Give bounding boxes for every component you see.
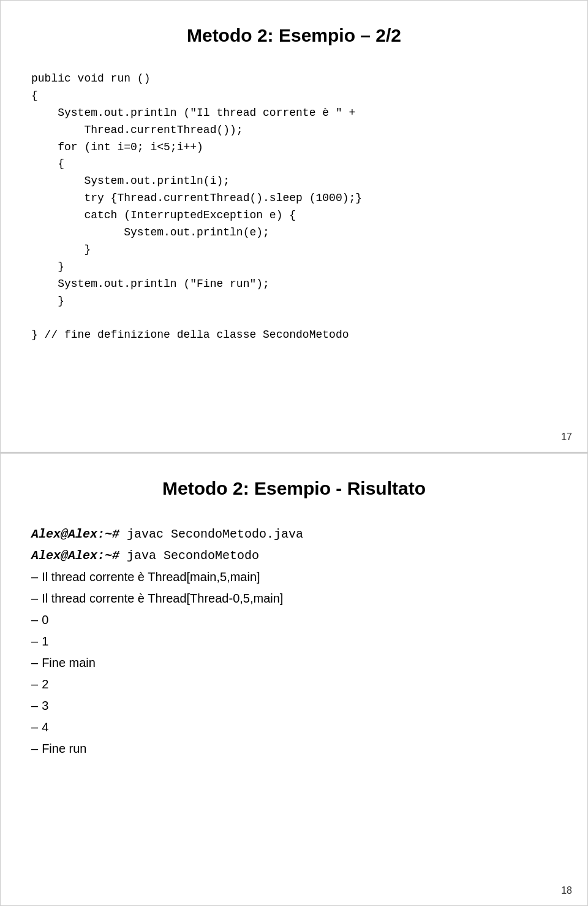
output-line-9: – Fine run	[31, 738, 557, 759]
output-line-8: – 4	[31, 717, 557, 738]
output-text-6: 2	[42, 674, 48, 695]
output-line-5: – Fine main	[31, 652, 557, 674]
output-line-6: – 2	[31, 674, 557, 695]
result-content: Alex@Alex:~# javac SecondoMetodo.java Al…	[31, 523, 557, 759]
slide-1-title: Metodo 2: Esempio – 2/2	[31, 25, 557, 46]
cmd-line-2: Alex@Alex:~# java SecondoMetodo	[31, 545, 557, 566]
slide-1-number: 17	[561, 432, 572, 443]
cmd1-rest: javac SecondoMetodo.java	[119, 527, 303, 541]
output-text-2: Il thread corrente è Thread[Thread-0,5,m…	[42, 588, 283, 609]
output-line-1: – Il thread corrente è Thread[main,5,mai…	[31, 566, 557, 588]
output-text-5: Fine main	[42, 652, 96, 674]
output-text-9: Fine run	[42, 738, 86, 759]
cmd2-prefix: Alex@Alex:~#	[31, 549, 119, 563]
output-line-4: – 1	[31, 631, 557, 652]
slide-2-title: Metodo 2: Esempio - Risultato	[31, 478, 557, 499]
cmd-line-1: Alex@Alex:~# javac SecondoMetodo.java	[31, 523, 557, 545]
output-line-3: – 0	[31, 609, 557, 631]
output-text-7: 3	[42, 695, 48, 717]
cmd1-prefix: Alex@Alex:~#	[31, 527, 119, 541]
output-line-7: – 3	[31, 695, 557, 717]
code-block: public void run () { System.out.println …	[31, 70, 557, 344]
slide-1: Metodo 2: Esempio – 2/2 public void run …	[0, 0, 588, 453]
output-text-8: 4	[42, 717, 48, 738]
output-text-3: 0	[42, 609, 48, 631]
cmd2-rest: java SecondoMetodo	[119, 549, 259, 563]
output-text-1: Il thread corrente è Thread[main,5,main]	[42, 566, 260, 588]
slide-2-number: 18	[561, 885, 572, 896]
output-text-4: 1	[42, 631, 48, 652]
slide-2: Metodo 2: Esempio - Risultato Alex@Alex:…	[0, 453, 588, 906]
output-line-2: – Il thread corrente è Thread[Thread-0,5…	[31, 588, 557, 609]
